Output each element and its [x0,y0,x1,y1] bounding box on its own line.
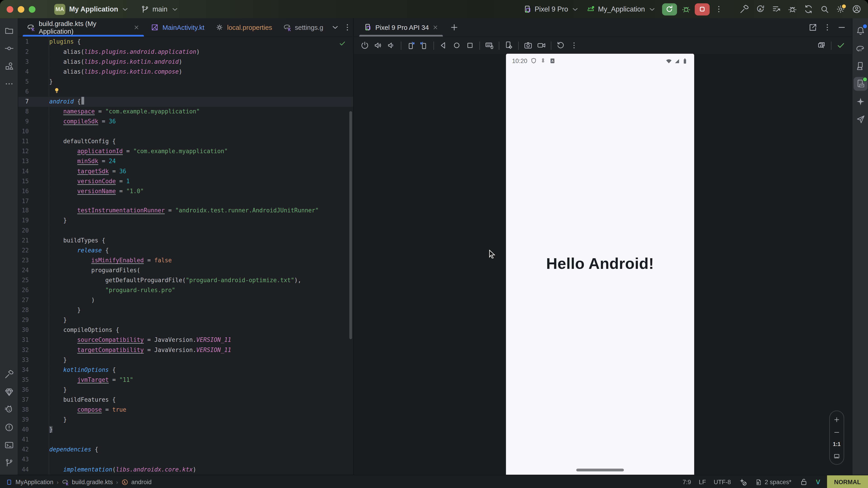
panel-options-icon[interactable] [820,21,834,34]
code-line[interactable]: 42dependencies { [18,445,353,455]
line-number[interactable]: 10 [18,127,49,136]
vim-plugin-icon[interactable]: V [816,478,820,486]
add-device-tab-button[interactable] [447,21,462,34]
vcs-branch-widget[interactable]: main [141,5,179,13]
code-line[interactable]: 3 alias(libs.plugins.kotlin.android) [18,57,353,67]
back-button[interactable] [437,39,450,52]
tab-build.gradle.kts[interactable]: build.gradle.kts (My Application) [22,18,145,37]
zoom-ratio-button[interactable]: 1:1 [833,441,841,447]
attach-debugger-button[interactable] [785,2,800,16]
code-line[interactable]: 33 } [18,355,353,365]
code-line[interactable]: 39 } [18,415,353,425]
resource-manager-button[interactable] [2,59,16,73]
code-line[interactable]: 21 buildTypes { [18,236,353,246]
stop-button[interactable] [694,3,710,15]
close-icon[interactable] [432,24,438,31]
profiler-button[interactable] [769,2,783,16]
debug-button[interactable] [679,2,693,16]
search-everywhere-button[interactable] [817,2,832,16]
terminal-button[interactable] [2,438,16,452]
code-line[interactable]: 35 jvmTarget = "11" [18,375,353,385]
window-close-button[interactable] [6,6,13,12]
breadcrumb-item[interactable]: MyApplication [5,478,53,486]
code-line[interactable]: 1plugins { [18,37,353,47]
line-number[interactable]: 15 [18,176,49,186]
zoom-fit-button[interactable] [832,452,842,460]
line-number[interactable]: 13 [18,156,49,166]
breadcrumb-item[interactable]: build.gradle.kts [62,478,113,486]
line-number[interactable]: 34 [18,365,49,375]
device-selector[interactable]: Pixel 9 Pro [523,5,580,13]
close-icon[interactable] [133,24,140,31]
run-button[interactable] [662,3,677,15]
line-number[interactable]: 12 [18,147,49,156]
line-number[interactable]: 43 [18,455,49,464]
inspect-snapshot-button[interactable] [815,39,828,52]
zoom-in-button[interactable] [832,416,842,423]
line-number[interactable]: 6 [18,87,49,97]
line-number[interactable]: 38 [18,405,49,415]
code-line[interactable]: 19 } [18,216,353,226]
status-ok-button[interactable] [834,39,848,52]
tab-options-menu[interactable] [341,21,353,34]
emulator-screen[interactable]: 10:20 A Hello Android! [506,54,694,475]
more-tabs-dropdown[interactable] [329,21,341,34]
apply-changes-button[interactable]: A [753,2,767,16]
settings-button[interactable] [833,2,848,16]
notifications-button[interactable] [853,24,867,37]
code-line[interactable]: 43 [18,455,353,464]
code-line[interactable]: 44 implementation(libs.androidx.core.ktx… [18,464,353,475]
code-line[interactable]: 11 defaultConfig { [18,136,353,147]
line-number[interactable]: 21 [18,236,49,246]
line-number[interactable]: 20 [18,226,49,236]
line-number[interactable]: 7 [18,97,49,107]
window-minimize-button[interactable] [18,6,24,12]
line-number[interactable]: 24 [18,266,49,275]
more-device-options-button[interactable] [567,39,581,52]
code-line[interactable]: 5} [18,77,353,87]
line-number[interactable]: 44 [18,464,49,475]
line-number[interactable]: 39 [18,415,49,425]
caret-position-widget[interactable]: 7:9 [683,479,691,485]
zoom-out-button[interactable] [832,428,842,436]
line-number[interactable]: 9 [18,117,49,127]
more-tool-windows-button[interactable] [2,76,16,90]
line-number[interactable]: 37 [18,395,49,405]
code-line[interactable]: 18 testInstrumentationRunner = "androidx… [18,206,353,216]
run-configuration-selector[interactable]: My_Application [586,5,656,13]
intention-bulb-icon[interactable] [53,87,60,94]
code-line[interactable]: 38 compose = true [18,405,353,415]
line-number[interactable]: 29 [18,315,49,325]
running-devices-button[interactable] [853,76,867,90]
code-line[interactable]: 40} [18,425,353,435]
line-number[interactable]: 3 [18,57,49,67]
project-button[interactable] [2,24,16,37]
tab-local.properties[interactable]: local.properties [210,18,278,37]
code-line[interactable]: 8 namespace = "com.example.myapplication… [18,107,353,117]
code-line[interactable]: 4 alias(libs.plugins.kotlin.compose) [18,67,353,77]
line-number[interactable]: 41 [18,435,49,445]
line-number[interactable]: 40 [18,425,49,435]
line-number[interactable]: 11 [18,136,49,147]
line-number[interactable]: 35 [18,375,49,385]
device-tab[interactable]: Pixel 9 Pro API 34 [358,18,444,37]
lock-open-icon[interactable] [799,477,808,486]
line-number[interactable]: 4 [18,67,49,77]
project-widget[interactable]: My Application [69,5,130,13]
line-separator-widget[interactable]: LF [699,479,706,485]
overview-button[interactable] [463,39,477,52]
sync-gradle-button[interactable] [801,2,815,16]
ai-assistant-off-icon[interactable] [739,477,747,486]
account-button[interactable] [849,2,864,16]
indent-widget[interactable]: 2 spaces* [755,478,792,486]
code-line[interactable]: 9 compileSdk = 36 [18,117,353,127]
code-line[interactable]: 7android { [18,97,353,107]
code-line[interactable]: 26 "proguard-rules.pro" [18,286,353,295]
vim-mode-badge[interactable]: NORMAL [827,475,868,488]
code-line[interactable]: 31 sourceCompatibility = JavaVersion.VER… [18,335,353,345]
line-number[interactable]: 2 [18,47,49,57]
line-number[interactable]: 22 [18,246,49,256]
firebase-assistant-button[interactable] [853,112,867,126]
code-line[interactable]: 16 versionName = "1.0" [18,186,353,196]
screenshot-button[interactable] [522,39,535,52]
